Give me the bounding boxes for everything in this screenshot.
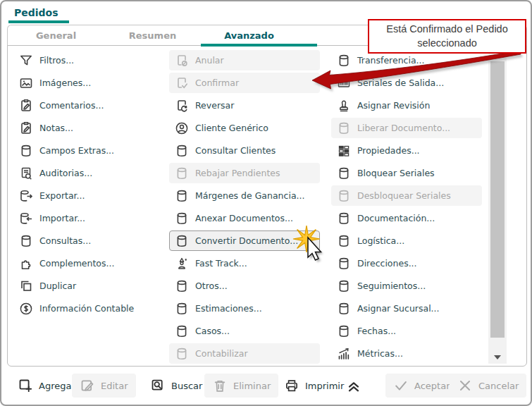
menu-item-logistica[interactable]: Logística... <box>331 230 482 251</box>
menu-item-otros[interactable]: Otros... <box>169 276 320 296</box>
menu-item-liberar-documento: Liberar Documento... <box>331 118 482 138</box>
close-icon <box>457 378 473 393</box>
menu-item-label: Fechas... <box>357 326 396 336</box>
menu-item-consultar-clientes[interactable]: Consultar Clientes <box>169 140 320 161</box>
search-icon <box>150 378 166 393</box>
tab-resumen[interactable]: Resumen <box>104 25 201 46</box>
menu-item-anular: Anular <box>169 50 320 70</box>
menu-item-casos[interactable]: Casos... <box>169 321 320 341</box>
menu-item-direcciones[interactable]: Direcciones... <box>331 253 482 273</box>
chevron-double-up-icon <box>346 378 361 393</box>
database-icon <box>175 166 189 180</box>
database-icon <box>337 257 351 271</box>
clipboard-edit-icon <box>19 99 33 113</box>
menu-item-imagenes[interactable]: Imágenes... <box>13 73 164 93</box>
menu-item-metricas[interactable]: Métricas... <box>331 343 482 364</box>
menu-item-label: Estimaciones... <box>195 303 262 314</box>
check-icon <box>393 378 409 393</box>
collapse-button[interactable] <box>338 374 369 398</box>
menu-item-anexar-documentos[interactable]: Anexar Documentos... <box>169 208 320 228</box>
menu-item-exportar[interactable]: Exportar... <box>13 185 164 206</box>
tab-avanzado[interactable]: Avanzado <box>201 25 297 46</box>
database-icon <box>175 234 189 248</box>
scrollbar-track[interactable] <box>488 48 507 364</box>
menu-item-label: Asignar Revisión <box>357 100 430 111</box>
menu-item-importar[interactable]: Importar... <box>13 208 164 228</box>
menu-item-fechas[interactable]: Fechas... <box>331 321 482 341</box>
menu-item-cliente-generico[interactable]: Cliente Genérico <box>169 118 320 138</box>
menu-item-label: Comentarios... <box>39 100 104 111</box>
menu-item-auditorias[interactable]: Auditorias... <box>13 163 164 183</box>
database-icon <box>337 324 351 338</box>
menu-item-label: Métricas... <box>357 348 403 359</box>
menu-item-seriales-de-salida[interactable]: Seriales de Salida... <box>331 73 482 93</box>
menu-item-duplicar[interactable]: Duplicar <box>13 276 164 296</box>
database-icon <box>175 144 189 158</box>
menu-item-label: Contabilizar <box>195 348 248 359</box>
menu-item-label: Seriales de Salida... <box>357 78 444 88</box>
toolbar-button-label: Buscar <box>171 381 202 391</box>
scrollbar-down-button[interactable] <box>488 352 507 362</box>
menu-item-asignar-revision[interactable]: Asignar Revisión <box>331 95 482 116</box>
menu-item-documentacion[interactable]: Documentación... <box>331 208 482 228</box>
database-icon <box>19 234 33 248</box>
doc-refresh-icon <box>175 99 189 113</box>
menu-item-label: Auditorias... <box>39 168 92 178</box>
menu-item-reversar[interactable]: Reversar <box>169 95 320 116</box>
menu-item-label: Transferencia... <box>357 55 425 66</box>
database-icon <box>175 279 189 293</box>
menu-item-notas[interactable]: Notas... <box>13 118 164 138</box>
advanced-options-panel: Filtros...Imágenes...Comentarios...Notas… <box>7 45 527 367</box>
menu-item-comentarios[interactable]: Comentarios... <box>13 95 164 116</box>
menu-item-label: Convertir Documento... <box>195 235 298 246</box>
wizard-icon <box>175 257 189 271</box>
menu-item-confirmar: Confirmar <box>169 73 320 93</box>
menu-item-estimaciones[interactable]: Estimaciones... <box>169 298 320 319</box>
window-tab-pedidos[interactable]: Pedidos <box>14 7 58 18</box>
database-icon <box>175 324 189 338</box>
menu-item-propiedades[interactable]: Propiedades... <box>331 140 482 161</box>
menu-item-label: Campos Extras... <box>39 145 114 156</box>
database-icon <box>337 302 351 316</box>
menu-item-consultas[interactable]: Consultas... <box>13 230 164 251</box>
menu-item-convertir-documento[interactable]: Convertir Documento... <box>169 230 320 251</box>
database-icon <box>337 54 351 68</box>
database-icon <box>337 189 351 203</box>
scrollbar-thumb[interactable] <box>490 61 505 338</box>
menu-item-filtros[interactable]: Filtros... <box>13 50 164 70</box>
annotation-tooltip: Está Confirmado el Pedido seleccionado <box>368 19 526 54</box>
menu-item-complementos[interactable]: Complementos... <box>13 253 164 273</box>
menu-item-seguimientos[interactable]: Seguimientos... <box>331 276 482 296</box>
database-icon <box>175 211 189 226</box>
clipboard-edit-icon <box>19 121 33 135</box>
menu-item-informacion-contable[interactable]: Información Contable <box>13 298 164 319</box>
chart-icon <box>337 347 351 361</box>
menu-item-label: Anular <box>195 55 224 66</box>
doc-cancel-icon <box>175 54 189 68</box>
menu-item-label: Fast Track... <box>195 258 247 269</box>
menu-item-fast-track[interactable]: Fast Track... <box>169 253 320 273</box>
toolbar-button-label: Editar <box>101 381 128 391</box>
menu-item-label: Liberar Documento... <box>357 123 450 133</box>
database-icon <box>337 211 351 226</box>
menu-item-label: Direcciones... <box>357 258 417 269</box>
menu-item-asignar-sucursal[interactable]: Asignar Sucursal... <box>331 298 482 319</box>
menu-item-campos-extras[interactable]: Campos Extras... <box>13 140 164 161</box>
menu-item-label: Imágenes... <box>39 78 91 88</box>
menu-item-label: Propiedades... <box>357 145 420 156</box>
image-icon <box>19 76 33 90</box>
menu-item-bloquear-seriales[interactable]: Bloquear Seriales <box>331 163 482 183</box>
cancelar-button: Cancelar <box>450 374 526 398</box>
menu-item-margenes-de-ganancia[interactable]: Márgenes de Ganancia... <box>169 185 320 206</box>
menu-item-label: Desbloquear Seriales <box>357 190 451 201</box>
menu-column-2: AnularConfirmarReversarCliente GenéricoC… <box>169 50 320 366</box>
buscar-button[interactable]: Buscar <box>142 374 210 398</box>
database-icon <box>175 347 189 361</box>
menu-item-label: Rebajar Pendientes <box>195 168 280 178</box>
menu-column-1: Filtros...Imágenes...Comentarios...Notas… <box>13 50 164 321</box>
menu-item-label: Casos... <box>195 326 230 336</box>
pedidos-tab-indicator <box>8 20 69 23</box>
toolbar-button-label: Eliminar <box>233 381 271 391</box>
tab-general[interactable]: General <box>8 25 104 46</box>
database-import-icon <box>19 211 33 226</box>
